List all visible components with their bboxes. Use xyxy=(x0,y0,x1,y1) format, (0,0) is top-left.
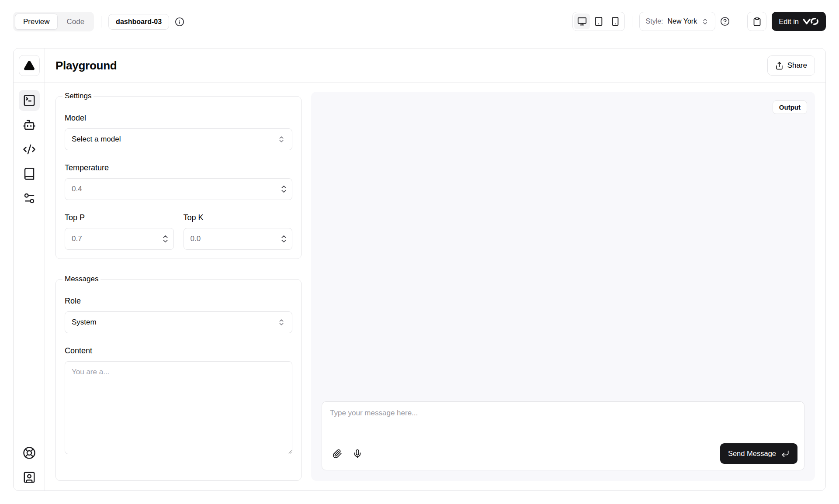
send-message-button[interactable]: Send Message xyxy=(720,443,797,464)
role-label: Role xyxy=(65,297,292,306)
model-label: Model xyxy=(65,114,292,123)
style-select-value: New York xyxy=(668,17,697,25)
triangle-logo-icon xyxy=(24,60,35,71)
info-icon xyxy=(175,17,184,27)
chevrons-up-down-icon xyxy=(277,135,285,143)
role-field: Role System xyxy=(65,297,292,333)
messages-fieldset: Messages Role System Content xyxy=(55,275,302,481)
number-stepper-icon[interactable] xyxy=(163,235,168,243)
content-textarea[interactable] xyxy=(65,361,292,454)
monitor-icon xyxy=(577,17,587,26)
sidebar-nav-bottom xyxy=(19,442,40,490)
share-button-label: Share xyxy=(787,61,807,70)
sidebar-item-help[interactable] xyxy=(19,442,40,463)
top-k-input-wrap xyxy=(184,228,293,250)
top-p-input-wrap xyxy=(65,228,174,250)
code-xml-icon xyxy=(23,143,36,156)
sidebar-item-models[interactable] xyxy=(19,114,40,135)
page-title: Playground xyxy=(55,59,117,72)
preview-card: Playground Share Settings Model Select a… xyxy=(13,48,826,491)
square-terminal-icon xyxy=(23,94,36,107)
main: Settings Model Select a model Temperatur… xyxy=(45,83,825,490)
sidebar-item-documentation[interactable] xyxy=(19,163,40,184)
edit-in-v0-label: Edit in xyxy=(779,17,799,26)
send-message-label: Send Message xyxy=(728,449,776,458)
style-select-label: Style: xyxy=(646,17,663,25)
message-input[interactable] xyxy=(322,402,804,443)
settings-fieldset: Settings Model Select a model Temperatur… xyxy=(55,92,302,259)
view-toggle: Preview Code xyxy=(13,12,94,31)
top-p-label: Top P xyxy=(65,213,174,222)
toolbar-divider xyxy=(101,16,101,28)
messages-legend: Messages xyxy=(62,275,101,283)
content-label: Content xyxy=(65,346,292,356)
copy-code-button[interactable] xyxy=(747,12,766,31)
share-button[interactable]: Share xyxy=(767,55,815,76)
model-select[interactable]: Select a model xyxy=(65,128,292,150)
role-select[interactable]: System xyxy=(65,311,292,333)
clipboard-icon xyxy=(752,17,762,26)
output-panel: Output xyxy=(311,92,815,481)
sidebar xyxy=(14,48,45,490)
number-stepper-icon[interactable] xyxy=(281,235,287,243)
top-toolbar: Preview Code dashboard-03 xyxy=(0,0,839,48)
logo-row xyxy=(14,48,45,83)
smartphone-icon xyxy=(610,17,620,26)
temperature-field: Temperature xyxy=(65,163,292,200)
toolbar-left: Preview Code dashboard-03 xyxy=(13,12,187,31)
share-icon xyxy=(775,62,784,70)
page-header: Playground Share xyxy=(45,48,825,83)
tab-code[interactable]: Code xyxy=(59,14,92,30)
phone-view-button[interactable] xyxy=(607,14,623,29)
bot-icon xyxy=(23,118,36,131)
block-info-button[interactable] xyxy=(172,14,187,30)
paperclip-icon xyxy=(333,449,342,459)
settings-sliders-icon xyxy=(23,192,36,205)
life-buoy-icon xyxy=(23,446,36,459)
sidebar-nav xyxy=(19,83,40,209)
temperature-input[interactable] xyxy=(65,178,292,200)
toolbar-right: Style: New York Edit in xyxy=(572,12,826,31)
message-composer: Send Message xyxy=(322,401,804,470)
number-stepper-icon[interactable] xyxy=(281,185,287,193)
content-area: Playground Share Settings Model Select a… xyxy=(45,48,825,490)
book-icon xyxy=(23,167,36,180)
square-user-icon xyxy=(23,471,36,484)
tablet-view-button[interactable] xyxy=(591,14,607,29)
output-badge: Output xyxy=(773,100,807,114)
top-k-field: Top K xyxy=(184,213,293,250)
temperature-label: Temperature xyxy=(65,163,292,173)
sidebar-item-api[interactable] xyxy=(19,139,40,160)
attach-file-button[interactable] xyxy=(329,445,346,463)
tablet-icon xyxy=(594,17,603,26)
corner-down-left-icon xyxy=(781,449,790,458)
desktop-view-button[interactable] xyxy=(574,14,590,29)
edit-in-v0-button[interactable]: Edit in xyxy=(772,12,826,31)
content-field: Content xyxy=(65,346,292,456)
help-circle-icon xyxy=(720,17,730,26)
style-help-button[interactable] xyxy=(717,14,733,29)
tab-preview[interactable]: Preview xyxy=(15,14,58,30)
top-k-input[interactable] xyxy=(184,228,293,250)
sidebar-item-settings[interactable] xyxy=(19,188,40,209)
mic-icon xyxy=(353,449,362,459)
composer-toolbar: Send Message xyxy=(322,443,804,470)
top-p-k-row: Top P Top K xyxy=(65,213,292,250)
sidebar-item-account[interactable] xyxy=(19,467,40,488)
block-name-badge: dashboard-03 xyxy=(108,14,169,30)
settings-form: Settings Model Select a model Temperatur… xyxy=(55,92,302,481)
chevrons-up-down-icon xyxy=(701,18,709,25)
top-p-input[interactable] xyxy=(65,228,174,250)
home-logo-button[interactable] xyxy=(19,55,40,76)
top-k-label: Top K xyxy=(184,213,293,222)
v0-logo-icon xyxy=(803,17,819,26)
device-toggle-group xyxy=(572,12,625,31)
model-select-value: Select a model xyxy=(72,135,121,144)
role-select-value: System xyxy=(72,318,97,327)
toolbar-divider xyxy=(632,16,632,27)
settings-legend: Settings xyxy=(62,92,94,100)
style-select[interactable]: Style: New York xyxy=(639,12,716,31)
use-microphone-button[interactable] xyxy=(349,445,366,463)
sidebar-item-playground[interactable] xyxy=(19,90,40,111)
top-p-field: Top P xyxy=(65,213,174,250)
